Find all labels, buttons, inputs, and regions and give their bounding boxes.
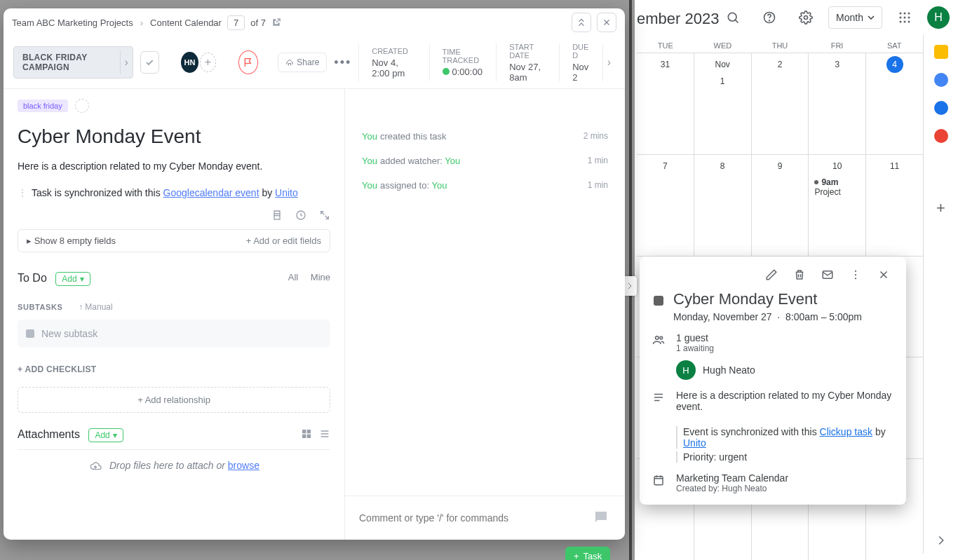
calendar-cell[interactable]: 31: [637, 53, 694, 154]
more-icon[interactable]: [844, 264, 867, 286]
activity-row: You added watcher: You1 min: [362, 156, 608, 166]
browse-link[interactable]: browse: [228, 460, 259, 471]
svg-point-11: [904, 21, 906, 23]
filter-mine[interactable]: Mine: [311, 272, 330, 282]
comment-icon: [593, 509, 611, 527]
custom-fields-row[interactable]: ▸ Show 8 empty fields + Add or edit fiel…: [18, 229, 330, 252]
add-tag-button[interactable]: [75, 99, 89, 113]
history-icon[interactable]: [295, 210, 306, 221]
task-description[interactable]: Here is a description related to my Cybe…: [18, 161, 330, 172]
new-subtask-input[interactable]: New subtask: [18, 320, 330, 348]
unito-link[interactable]: Unito: [683, 437, 706, 449]
priority-flag-icon[interactable]: [238, 50, 258, 74]
task-header: BLACK FRIDAY CAMPAIGN › HN + Share ••• C…: [4, 36, 625, 89]
add-checklist-button[interactable]: + ADD CHECKLIST: [18, 364, 330, 374]
calendar-cell[interactable]: 3: [809, 53, 866, 154]
close-icon[interactable]: [597, 13, 616, 32]
minimize-icon[interactable]: [572, 13, 591, 32]
add-todo-button[interactable]: Add ▾: [55, 272, 90, 286]
svg-point-17: [656, 336, 659, 340]
calendar-cell[interactable]: 9: [752, 155, 809, 256]
svg-point-4: [900, 13, 902, 15]
calendar-cell[interactable]: 109am Project: [809, 155, 866, 256]
add-relationship-button[interactable]: + Add relationship: [18, 387, 330, 413]
add-attachment-button[interactable]: Add ▾: [88, 428, 123, 442]
subtasks-sort[interactable]: ↑ Manual: [79, 302, 113, 312]
list-view-icon[interactable]: [319, 428, 330, 439]
task-title[interactable]: Cyber Monday Event: [18, 125, 330, 148]
tasks-icon[interactable]: [934, 73, 948, 87]
maps-icon[interactable]: [934, 129, 948, 143]
complete-button[interactable]: [140, 51, 159, 74]
unito-link[interactable]: Unito: [275, 187, 298, 198]
edit-icon[interactable]: [760, 264, 783, 286]
calendar-cell[interactable]: 2: [752, 53, 809, 154]
more-icon[interactable]: •••: [334, 55, 351, 70]
activity-pane: You created this task2 minsYou added wat…: [345, 89, 625, 540]
user-avatar[interactable]: H: [927, 6, 950, 29]
keep-icon[interactable]: [934, 45, 948, 59]
chevron-right-icon: ›: [140, 18, 143, 28]
due-date-value[interactable]: Nov 2: [572, 62, 590, 83]
comment-box[interactable]: [345, 496, 625, 540]
breadcrumb-team[interactable]: Team ABC Marketing Projects: [12, 18, 133, 28]
email-icon[interactable]: [816, 264, 839, 286]
task-index[interactable]: 7: [227, 15, 245, 30]
collapse-sidebar-icon[interactable]: [936, 535, 946, 545]
calendar-cell[interactable]: 7: [637, 155, 694, 256]
svg-point-3: [804, 16, 808, 20]
help-icon[interactable]: [755, 4, 783, 32]
close-icon[interactable]: [872, 264, 895, 286]
status-button[interactable]: BLACK FRIDAY CAMPAIGN ›: [13, 46, 133, 78]
contacts-icon[interactable]: [934, 101, 948, 115]
search-icon[interactable]: [719, 4, 747, 32]
clickup-task-link[interactable]: Clickup task: [820, 426, 872, 437]
calendar-cell[interactable]: 4: [866, 53, 923, 154]
apps-icon[interactable]: [891, 4, 919, 32]
view-dropdown[interactable]: Month: [828, 6, 882, 29]
created-by: Created by: Hugh Neato: [676, 484, 895, 493]
time-tracked-value: 0:00:00: [452, 67, 483, 77]
calendar-name: Marketing Team Calendar: [676, 472, 895, 484]
breadcrumb-list[interactable]: Content Calendar: [150, 18, 222, 28]
calendar-cell[interactable]: Nov 1: [694, 53, 752, 154]
event-date: Monday, November 27: [673, 311, 772, 322]
day-header: FRI: [809, 39, 866, 53]
view-label: Month: [836, 12, 863, 23]
svg-rect-19: [654, 477, 663, 485]
calendar-event[interactable]: 9am Project: [811, 177, 863, 197]
delete-icon[interactable]: [788, 264, 811, 286]
task-meta: CREATED Nov 4, 2:00 pm TIME TRACKED 0:00…: [358, 43, 615, 81]
guest-avatar: H: [676, 360, 696, 380]
day-header: SAT: [865, 39, 923, 53]
svg-rect-22: [307, 430, 311, 433]
new-task-button[interactable]: + Task: [565, 547, 610, 560]
start-date-value[interactable]: Nov 27, 8am: [509, 62, 546, 83]
calendar-cell[interactable]: 8: [694, 155, 752, 256]
next-meta-icon[interactable]: ›: [603, 56, 615, 69]
open-new-icon[interactable]: [271, 18, 281, 27]
chevron-down-icon: [868, 14, 875, 21]
print-icon[interactable]: [271, 210, 283, 221]
share-button[interactable]: Share: [278, 53, 327, 72]
todo-label: To Do: [18, 272, 47, 284]
googlecalendar-link[interactable]: Googlecalendar event: [163, 187, 259, 198]
grid-view-icon[interactable]: [301, 428, 312, 439]
add-addon-icon[interactable]: +: [936, 199, 945, 217]
created-value: Nov 4, 2:00 pm: [372, 57, 416, 78]
filter-all[interactable]: All: [288, 272, 298, 282]
calendar-cell[interactable]: 11: [866, 155, 923, 256]
attachment-drop-zone[interactable]: Drop files here to attach or browse: [18, 449, 330, 482]
fullscreen-icon[interactable]: [319, 210, 330, 221]
add-assignee-button[interactable]: +: [200, 53, 216, 72]
gear-icon[interactable]: [792, 4, 820, 32]
svg-point-9: [908, 17, 910, 19]
attachments-label: Attachments: [18, 428, 80, 440]
expand-handle[interactable]: [623, 276, 637, 296]
add-edit-fields[interactable]: + Add or edit fields: [246, 235, 321, 246]
tag-black-friday[interactable]: black friday: [18, 100, 68, 112]
assignee-avatar[interactable]: HN: [181, 52, 198, 73]
comment-input[interactable]: [359, 512, 593, 524]
play-icon[interactable]: [443, 68, 450, 75]
due-date-label: DUE D: [572, 43, 590, 60]
